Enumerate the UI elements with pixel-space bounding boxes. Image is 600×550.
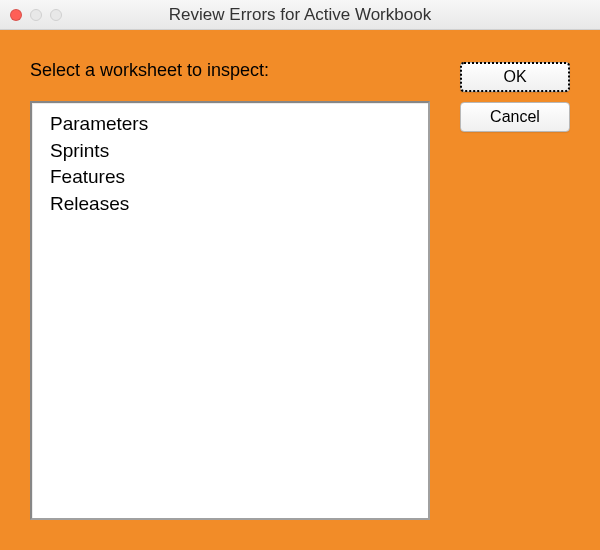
- ok-button[interactable]: OK: [460, 62, 570, 92]
- worksheet-listbox[interactable]: Parameters Sprints Features Releases: [30, 101, 430, 520]
- zoom-icon: [50, 9, 62, 21]
- window-title: Review Errors for Active Workbook: [0, 5, 600, 25]
- list-item[interactable]: Parameters: [50, 111, 410, 138]
- dialog-window: Review Errors for Active Workbook Select…: [0, 0, 600, 550]
- list-item[interactable]: Sprints: [50, 138, 410, 165]
- list-item[interactable]: Releases: [50, 191, 410, 218]
- button-column: OK Cancel: [460, 60, 570, 520]
- window-controls: [10, 9, 62, 21]
- prompt-label: Select a worksheet to inspect:: [30, 60, 430, 81]
- titlebar: Review Errors for Active Workbook: [0, 0, 600, 30]
- main-column: Select a worksheet to inspect: Parameter…: [30, 60, 430, 520]
- close-icon[interactable]: [10, 9, 22, 21]
- list-item[interactable]: Features: [50, 164, 410, 191]
- dialog-body: Select a worksheet to inspect: Parameter…: [0, 30, 600, 550]
- cancel-button[interactable]: Cancel: [460, 102, 570, 132]
- minimize-icon: [30, 9, 42, 21]
